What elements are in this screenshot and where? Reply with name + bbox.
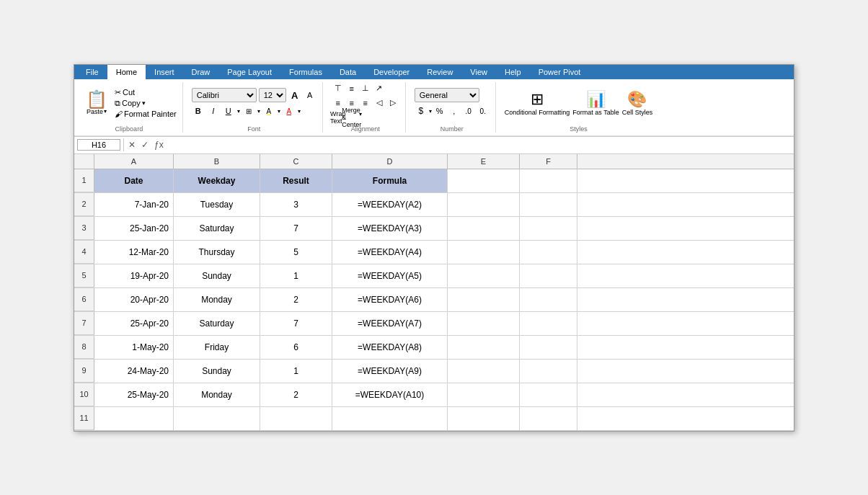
cell-a11[interactable] xyxy=(94,407,174,430)
cell-f1[interactable] xyxy=(520,169,577,192)
row-header-9[interactable]: 9 xyxy=(74,360,94,383)
cell-a3[interactable]: 25-Jan-20 xyxy=(94,217,174,240)
decimal-decrease-btn[interactable]: 0. xyxy=(477,104,490,117)
cell-e10[interactable] xyxy=(448,383,520,406)
indent-increase-btn[interactable]: ▷ xyxy=(386,97,399,110)
col-header-d[interactable]: D xyxy=(332,154,448,169)
row-header-1[interactable]: 1 xyxy=(74,169,94,192)
col-header-c[interactable]: C xyxy=(260,154,332,169)
cell-a5[interactable]: 19-Apr-20 xyxy=(94,264,174,287)
tab-draw[interactable]: Draw xyxy=(183,65,219,79)
fill-color-button[interactable]: A xyxy=(262,104,275,117)
cell-f6[interactable] xyxy=(520,288,577,311)
cell-e7[interactable] xyxy=(448,312,520,335)
cell-e6[interactable] xyxy=(448,288,520,311)
cell-b11[interactable] xyxy=(174,407,260,430)
cell-b6[interactable]: Monday xyxy=(174,288,260,311)
cell-d11[interactable] xyxy=(332,407,448,430)
row-header-3[interactable]: 3 xyxy=(74,217,94,240)
cell-c8[interactable]: 6 xyxy=(260,336,332,359)
accounting-dropdown[interactable]: ▾ xyxy=(429,108,432,115)
row-header-6[interactable]: 6 xyxy=(74,288,94,311)
cell-f11[interactable] xyxy=(520,407,577,430)
cell-c9[interactable]: 1 xyxy=(260,360,332,383)
italic-button[interactable]: I xyxy=(207,104,220,117)
cell-e2[interactable] xyxy=(448,193,520,216)
col-header-f[interactable]: F xyxy=(520,154,577,169)
decimal-increase-btn[interactable]: .0 xyxy=(462,104,475,117)
tab-data[interactable]: Data xyxy=(331,65,365,79)
font-grow-btn[interactable]: A xyxy=(288,89,301,102)
cell-d8[interactable]: =WEEKDAY(A8) xyxy=(332,336,448,359)
cell-e8[interactable] xyxy=(448,336,520,359)
col-header-a[interactable]: A xyxy=(94,154,174,169)
cell-a8[interactable]: 1-May-20 xyxy=(94,336,174,359)
cell-e5[interactable] xyxy=(448,264,520,287)
border-button[interactable]: ⊞ xyxy=(242,104,255,117)
merge-dropdown[interactable]: ▾ xyxy=(359,111,362,124)
underline-button[interactable]: U xyxy=(222,104,235,117)
number-format-select[interactable]: General xyxy=(415,88,479,102)
align-top-btn[interactable]: ⊤ xyxy=(332,82,345,95)
tab-help[interactable]: Help xyxy=(496,65,530,79)
cell-a10[interactable]: 25-May-20 xyxy=(94,383,174,406)
col-header-e[interactable]: E xyxy=(448,154,520,169)
cell-f7[interactable] xyxy=(520,312,577,335)
tab-page-layout[interactable]: Page Layout xyxy=(218,65,280,79)
row-header-7[interactable]: 7 xyxy=(74,312,94,335)
cell-reference-input[interactable] xyxy=(77,139,120,151)
cell-e9[interactable] xyxy=(448,360,520,383)
cell-c4[interactable]: 5 xyxy=(260,241,332,264)
percent-btn[interactable]: % xyxy=(433,104,446,117)
cell-a6[interactable]: 20-Apr-20 xyxy=(94,288,174,311)
cell-a1[interactable]: Date xyxy=(94,169,174,192)
cell-c11[interactable] xyxy=(260,407,332,430)
cell-e1[interactable] xyxy=(448,169,520,192)
row-header-10[interactable]: 10 xyxy=(74,383,94,406)
cell-c7[interactable]: 7 xyxy=(260,312,332,335)
row-header-4[interactable]: 4 xyxy=(74,241,94,264)
cell-a9[interactable]: 24-May-20 xyxy=(94,360,174,383)
font-color-dropdown[interactable]: ▾ xyxy=(298,108,301,115)
bold-button[interactable]: B xyxy=(192,104,205,117)
cell-d7[interactable]: =WEEKDAY(A7) xyxy=(332,312,448,335)
indent-decrease-btn[interactable]: ◁ xyxy=(373,97,386,110)
cell-c3[interactable]: 7 xyxy=(260,217,332,240)
tab-developer[interactable]: Developer xyxy=(365,65,418,79)
cell-d2[interactable]: =WEEKDAY(A2) xyxy=(332,193,448,216)
cell-f9[interactable] xyxy=(520,360,577,383)
paste-dropdown-arrow[interactable]: ▾ xyxy=(104,108,107,115)
cell-e3[interactable] xyxy=(448,217,520,240)
align-middle-btn[interactable]: ≡ xyxy=(345,82,358,95)
cell-f2[interactable] xyxy=(520,193,577,216)
cell-b10[interactable]: Monday xyxy=(174,383,260,406)
row-header-2[interactable]: 2 xyxy=(74,193,94,216)
tab-view[interactable]: View xyxy=(461,65,496,79)
cut-label[interactable]: Cut xyxy=(123,88,135,97)
cell-d6[interactable]: =WEEKDAY(A6) xyxy=(332,288,448,311)
copy-dropdown[interactable]: ▾ xyxy=(142,99,146,107)
cell-e4[interactable] xyxy=(448,241,520,264)
format-painter-label[interactable]: Format Painter xyxy=(124,110,177,118)
tab-review[interactable]: Review xyxy=(418,65,461,79)
cell-d4[interactable]: =WEEKDAY(A4) xyxy=(332,241,448,264)
insert-function-icon[interactable]: ƒx xyxy=(153,140,165,150)
align-bottom-btn[interactable]: ⊥ xyxy=(359,82,372,95)
copy-label[interactable]: Copy xyxy=(122,99,141,107)
font-name-select[interactable]: Calibri xyxy=(192,88,257,102)
cell-b5[interactable]: Sunday xyxy=(174,264,260,287)
cell-b8[interactable]: Friday xyxy=(174,336,260,359)
confirm-formula-icon[interactable]: ✓ xyxy=(140,140,150,150)
cell-c5[interactable]: 1 xyxy=(260,264,332,287)
cell-c10[interactable]: 2 xyxy=(260,383,332,406)
cell-b4[interactable]: Thursday xyxy=(174,241,260,264)
fill-dropdown[interactable]: ▾ xyxy=(278,108,280,115)
merge-center-btn[interactable]: Merge & Center xyxy=(345,111,358,124)
row-header-8[interactable]: 8 xyxy=(74,336,94,359)
cell-c6[interactable]: 2 xyxy=(260,288,332,311)
tab-power-pivot[interactable]: Power Pivot xyxy=(530,65,590,79)
cell-d3[interactable]: =WEEKDAY(A3) xyxy=(332,217,448,240)
cell-b7[interactable]: Saturday xyxy=(174,312,260,335)
cell-b3[interactable]: Saturday xyxy=(174,217,260,240)
cell-c1[interactable]: Result xyxy=(260,169,332,192)
